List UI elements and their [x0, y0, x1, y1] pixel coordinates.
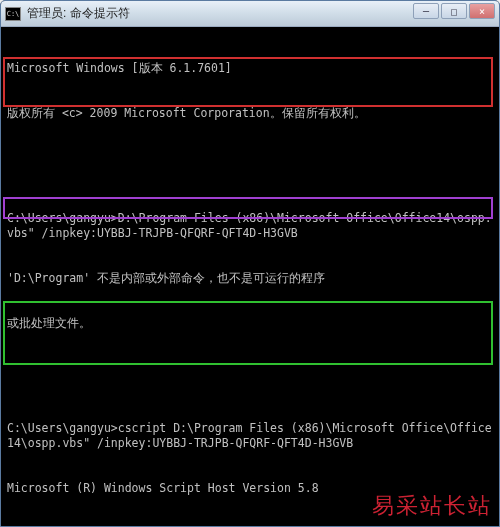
- console-line: 版权所有 <c> 2009 Microsoft Corporation。保留所有…: [7, 106, 493, 121]
- console-line: 'D:\Program' 不是内部或外部命令，也不是可运行的程序: [7, 271, 493, 286]
- close-button[interactable]: ×: [469, 3, 495, 19]
- titlebar[interactable]: C:\ 管理员: 命令提示符 ─ □ ×: [1, 1, 499, 27]
- console-line: 或批处理文件。: [7, 316, 493, 331]
- window-title: 管理员: 命令提示符: [27, 5, 130, 22]
- minimize-button[interactable]: ─: [413, 3, 439, 19]
- console-line: Microsoft Windows [版本 6.1.7601]: [7, 61, 493, 76]
- command-prompt-window: C:\ 管理员: 命令提示符 ─ □ × Microsoft Windows […: [0, 0, 500, 527]
- maximize-button[interactable]: □: [441, 3, 467, 19]
- highlight-box-green: [3, 301, 493, 365]
- cmd-icon: C:\: [5, 7, 21, 21]
- console-line: C:\Users\gangyu>D:\Program Files (x86)\M…: [7, 211, 493, 241]
- console-line: C:\Users\gangyu>cscript D:\Program Files…: [7, 421, 493, 451]
- console-line: Microsoft (R) Windows Script Host Versio…: [7, 481, 493, 496]
- window-controls: ─ □ ×: [413, 3, 495, 19]
- console-area[interactable]: Microsoft Windows [版本 6.1.7601] 版权所有 <c>…: [1, 27, 499, 527]
